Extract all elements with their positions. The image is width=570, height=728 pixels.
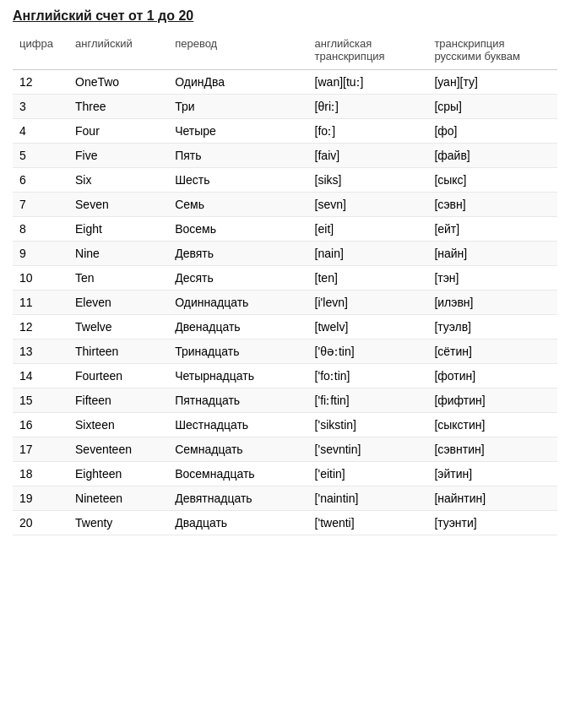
cell-ru_letters: [сыкстин] [427,413,557,437]
cell-english: Eleven [68,291,168,315]
cell-transcription: ['naintin] [308,486,428,511]
cell-transcription: ['θəːtin] [308,340,428,364]
cell-num: 18 [13,462,68,486]
cell-translation: Шестнадцать [168,413,307,437]
cell-ru_letters: [уан][ту] [427,70,557,95]
table-row: 6SixШесть[siks][сыкс] [13,168,557,193]
cell-num: 16 [13,413,68,437]
cell-english: Nine [68,242,168,266]
table-row: 8EightВосемь[eit][ейт] [13,217,557,242]
cell-translation: ОдинДва [168,70,307,95]
cell-english: Nineteen [68,486,168,511]
table-row: 3ThreeТри[θriː][сры] [13,95,557,119]
table-row: 11ElevenОдиннадцать[i'levn][илэвн] [13,291,557,315]
cell-transcription: [foː] [308,119,428,144]
cell-num: 19 [13,486,68,511]
cell-ru_letters: [сэвн] [427,193,557,217]
cell-num: 13 [13,340,68,364]
cell-translation: Тринадцать [168,340,307,364]
cell-ru_letters: [фотин] [427,364,557,388]
cell-num: 11 [13,291,68,315]
table-row: 10TenДесять[ten][тэн] [13,266,557,291]
cell-translation: Двадцать [168,511,307,535]
table-row: 18EighteenВосемнадцать['eitin][эйтин] [13,462,557,486]
cell-num: 14 [13,364,68,388]
cell-english: Fourteen [68,364,168,388]
cell-ru_letters: [илэвн] [427,291,557,315]
cell-transcription: [wan][tuː] [308,70,428,95]
cell-ru_letters: [тэн] [427,266,557,291]
table-row: 17SeventeenСемнадцать['sevntin][сэвнтин] [13,437,557,462]
cell-transcription: ['twenti] [308,511,428,535]
cell-transcription: [eit] [308,217,428,242]
table-header-row: цифра английский перевод английская тран… [13,32,557,70]
table-row: 7SevenСемь[sevn][сэвн] [13,193,557,217]
cell-english: Three [68,95,168,119]
table-row: 14FourteenЧетырнадцать['foːtin][фотин] [13,364,557,388]
cell-english: Seven [68,193,168,217]
cell-transcription: ['sikstin] [308,413,428,437]
cell-english: Fifteen [68,388,168,413]
cell-translation: Десять [168,266,307,291]
cell-transcription: ['eitin] [308,462,428,486]
cell-num: 20 [13,511,68,535]
cell-num: 15 [13,388,68,413]
cell-num: 12 [13,315,68,340]
cell-translation: Двенадцать [168,315,307,340]
cell-ru_letters: [сётин] [427,340,557,364]
cell-english: OneTwo [68,70,168,95]
cell-english: Eighteen [68,462,168,486]
cell-translation: Четырнадцать [168,364,307,388]
cell-transcription: [twelv] [308,315,428,340]
header-num: цифра [13,32,68,70]
cell-num: 17 [13,437,68,462]
cell-ru_letters: [сэвнтин] [427,437,557,462]
cell-num: 8 [13,217,68,242]
cell-ru_letters: [фо] [427,119,557,144]
cell-translation: Семнадцать [168,437,307,462]
numbers-table: цифра английский перевод английская тран… [13,32,557,535]
cell-translation: Восемь [168,217,307,242]
cell-num: 3 [13,95,68,119]
cell-num: 6 [13,168,68,193]
cell-english: Twelve [68,315,168,340]
cell-translation: Четыре [168,119,307,144]
cell-english: Thirteen [68,340,168,364]
table-row: 5FiveПять[faiv][файв] [13,144,557,168]
cell-ru_letters: [файв] [427,144,557,168]
cell-transcription: [faiv] [308,144,428,168]
table-row: 19NineteenДевятнадцать['naintin][найнтин… [13,486,557,511]
cell-english: Four [68,119,168,144]
cell-translation: Одиннадцать [168,291,307,315]
cell-transcription: [ten] [308,266,428,291]
cell-transcription: [θriː] [308,95,428,119]
cell-english: Sixteen [68,413,168,437]
cell-ru_letters: [ейт] [427,217,557,242]
table-row: 4FourЧетыре[foː][фо] [13,119,557,144]
cell-translation: Шесть [168,168,307,193]
cell-translation: Три [168,95,307,119]
cell-translation: Пять [168,144,307,168]
table-row: 9NineДевять[nain][найн] [13,242,557,266]
cell-ru_letters: [туэлв] [427,315,557,340]
cell-ru_letters: [эйтин] [427,462,557,486]
cell-ru_letters: [сыкс] [427,168,557,193]
cell-transcription: [i'levn] [308,291,428,315]
cell-num: 12 [13,70,68,95]
cell-ru_letters: [найн] [427,242,557,266]
cell-transcription: ['fiːftin] [308,388,428,413]
cell-num: 4 [13,119,68,144]
cell-english: Twenty [68,511,168,535]
cell-ru_letters: [найнтин] [427,486,557,511]
cell-ru_letters: [сры] [427,95,557,119]
page-title: Английский счет от 1 до 20 [13,8,557,24]
cell-translation: Пятнадцать [168,388,307,413]
cell-ru_letters: [туэнти] [427,511,557,535]
header-transcription: английская транскрипция [308,32,428,70]
cell-transcription: ['foːtin] [308,364,428,388]
cell-english: Five [68,144,168,168]
header-english: английский [68,32,168,70]
cell-translation: Девять [168,242,307,266]
cell-num: 5 [13,144,68,168]
header-translation: перевод [168,32,307,70]
